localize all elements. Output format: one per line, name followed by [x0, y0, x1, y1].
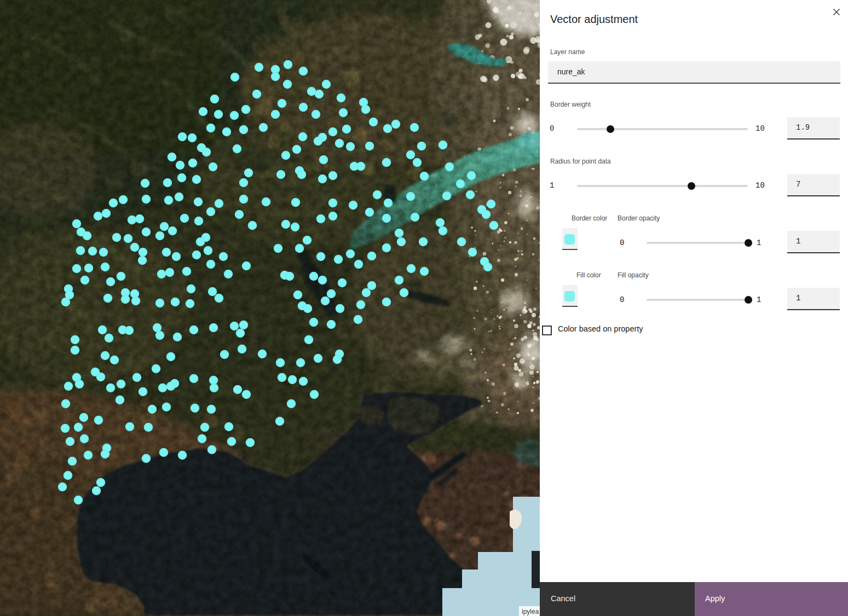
- svg-text:ipylea: ipylea: [522, 608, 539, 615]
